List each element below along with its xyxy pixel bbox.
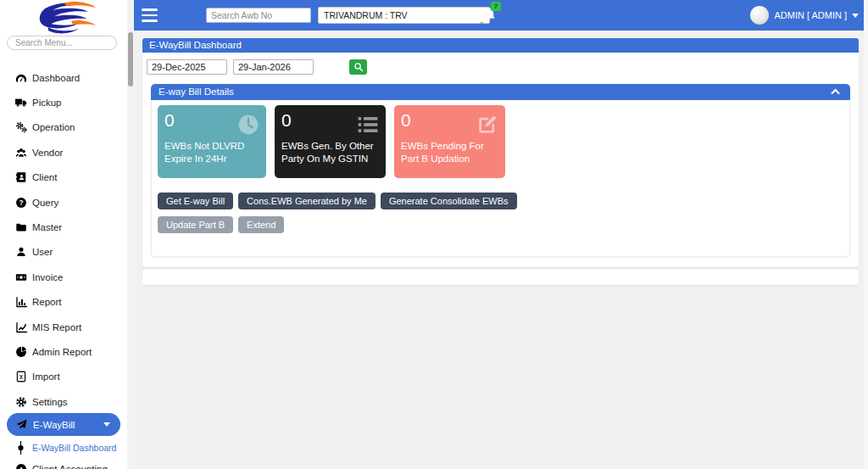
list-icon bbox=[357, 114, 379, 136]
sidebar-item-label: Query bbox=[32, 198, 58, 208]
dashboard-card: E-WayBill Dashboard E-way Bill Details bbox=[142, 38, 859, 267]
sidebar-item-label: Invoice bbox=[32, 272, 63, 282]
notification-badge: 7 bbox=[491, 2, 501, 11]
stat-cards-row: 0 EWBs Not DLVRD Expire In 24Hr 0 EWBs G… bbox=[158, 105, 843, 178]
paper-plane-icon bbox=[16, 419, 27, 430]
menu-search-input[interactable] bbox=[7, 36, 117, 50]
pie-chart-icon bbox=[15, 346, 27, 358]
sidebar-subitem-ewaybill-dashboard[interactable]: E-WayBill Dashboard bbox=[0, 438, 127, 457]
sidebar-item-label: E-WayBill bbox=[33, 420, 75, 430]
stat-label: EWBs Pending For Part B Updation bbox=[401, 140, 498, 165]
date-from-input[interactable] bbox=[147, 59, 227, 75]
notifications-button[interactable]: 7 bbox=[482, 7, 504, 27]
gear-icon bbox=[15, 396, 27, 408]
stat-card-other-party: 0 EWBs Gen. By Other Party On My GSTIN bbox=[275, 105, 386, 178]
sidebar-item-client[interactable]: Client bbox=[0, 165, 127, 190]
collapse-chevron-up-icon[interactable] bbox=[831, 88, 840, 95]
eway-bill-details-panel: E-way Bill Details 0 EWBs Not DLVRD Expi… bbox=[151, 84, 850, 257]
chevron-down-icon bbox=[103, 422, 110, 427]
circle-a-icon bbox=[15, 463, 27, 469]
file-import-icon bbox=[15, 371, 27, 382]
sidebar-item-query[interactable]: Query bbox=[0, 190, 127, 215]
edit-icon bbox=[476, 114, 498, 136]
search-button[interactable] bbox=[349, 59, 367, 75]
sidebar-item-invoice[interactable]: Invoice bbox=[0, 265, 127, 289]
panel-title: E-way Bill Details bbox=[159, 87, 234, 97]
sidebar-item-report[interactable]: Report bbox=[0, 290, 127, 315]
page-scrollbar[interactable] bbox=[864, 0, 868, 469]
sidebar-item-label: Settings bbox=[32, 397, 68, 407]
folder-icon bbox=[15, 221, 27, 233]
sidebar-item-label: Vendor bbox=[32, 148, 63, 158]
hamburger-menu-icon[interactable] bbox=[142, 8, 158, 22]
sidebar-item-user[interactable]: User bbox=[0, 240, 127, 265]
awb-search-input[interactable] bbox=[206, 8, 311, 23]
sidebar-item-label: Dashboard bbox=[32, 73, 80, 83]
sidebar-subitem-label: E-WayBill Dashboard bbox=[32, 443, 116, 453]
sidebar-scrollbar-thumb[interactable] bbox=[128, 32, 133, 87]
footer-strip bbox=[142, 269, 859, 285]
generate-consolidate-ewbs-button[interactable]: Generate Consolidate EWBs bbox=[381, 193, 517, 209]
branch-select-value: TRIVANDRUM : TRV bbox=[324, 10, 408, 20]
money-bill-icon bbox=[15, 271, 27, 283]
stat-label: EWBs Not DLVRD Expire In 24Hr bbox=[164, 140, 259, 165]
update-part-b-button[interactable]: Update Part B bbox=[158, 216, 233, 233]
sidebar: Dashboard Pickup Operation Vendor Client… bbox=[0, 0, 127, 469]
sidebar-item-import[interactable]: Import bbox=[0, 365, 127, 389]
gauge-icon bbox=[15, 72, 27, 84]
sidebar-item-label: Client Accounting bbox=[32, 464, 108, 469]
sidebar-item-label: Operation bbox=[32, 122, 75, 132]
sidebar-item-master[interactable]: Master bbox=[0, 215, 127, 239]
cogs-icon bbox=[15, 121, 27, 133]
dashboard-card-body: E-way Bill Details 0 EWBs Not DLVRD Expi… bbox=[142, 53, 859, 267]
topbar: TRIVANDRUM : TRV ⌄ 7 ADMIN [ ADMIN ] bbox=[134, 0, 864, 31]
user-icon bbox=[15, 246, 27, 258]
sidebar-item-dashboard[interactable]: Dashboard bbox=[0, 65, 127, 90]
sidebar-item-vendor[interactable]: Vendor bbox=[0, 140, 127, 165]
sidebar-item-label: Import bbox=[32, 371, 60, 382]
sidebar-item-e-waybill-active[interactable]: E-WayBill bbox=[7, 413, 120, 436]
sidebar-item-admin-report[interactable]: Admin Report bbox=[0, 339, 127, 364]
branch-select[interactable]: TRIVANDRUM : TRV ⌄ bbox=[318, 7, 490, 24]
stat-card-part-b-pending: 0 EWBs Pending For Part B Updation bbox=[394, 105, 505, 178]
users-icon bbox=[15, 147, 27, 159]
main-content: E-WayBill Dashboard E-way Bill Details bbox=[134, 31, 864, 469]
magnifier-icon bbox=[353, 62, 364, 72]
stat-card-not-dlvrd: 0 EWBs Not DLVRD Expire In 24Hr bbox=[158, 105, 266, 178]
get-eway-bill-button[interactable]: Get E-way Bill bbox=[158, 193, 233, 209]
sidebar-item-label: Admin Report bbox=[32, 347, 92, 357]
address-book-icon bbox=[15, 171, 27, 183]
cons-ewb-generated-button[interactable]: Cons.EWB Generated by Me bbox=[238, 193, 376, 209]
avatar bbox=[750, 6, 769, 25]
sidebar-item-operation[interactable]: Operation bbox=[0, 115, 127, 140]
sidebar-item-label: Pickup bbox=[32, 98, 62, 108]
stat-label: EWBs Gen. By Other Party On My GSTIN bbox=[281, 140, 379, 165]
timeline-dot-icon bbox=[17, 441, 25, 455]
panel-header: E-way Bill Details bbox=[151, 84, 850, 100]
clock-icon bbox=[237, 114, 259, 136]
sidebar-item-label: Client bbox=[32, 172, 57, 182]
extend-button[interactable]: Extend bbox=[238, 216, 284, 233]
user-menu[interactable]: ADMIN [ ADMIN ] bbox=[750, 0, 859, 31]
sidebar-item-label: User bbox=[32, 247, 53, 257]
line-chart-icon bbox=[15, 321, 27, 333]
sidebar-item-mis-report[interactable]: MIS Report bbox=[0, 315, 127, 339]
sidebar-scrollbar[interactable] bbox=[127, 0, 134, 469]
truck-icon bbox=[15, 97, 27, 109]
sidebar-item-settings[interactable]: Settings bbox=[0, 389, 127, 414]
primary-actions-row: Get E-way Bill Cons.EWB Generated by Me … bbox=[158, 193, 843, 209]
chevron-down-icon bbox=[852, 14, 859, 18]
brand-logo-icon bbox=[17, 1, 110, 35]
sidebar-item-client-accounting[interactable]: Client Accounting bbox=[0, 456, 127, 469]
sidebar-item-pickup[interactable]: Pickup bbox=[0, 90, 127, 114]
question-circle-icon bbox=[15, 197, 27, 209]
page-title: E-WayBill Dashboard bbox=[142, 38, 859, 53]
sidebar-menu: Dashboard Pickup Operation Vendor Client… bbox=[0, 65, 127, 414]
panel-body: 0 EWBs Not DLVRD Expire In 24Hr 0 EWBs G… bbox=[151, 100, 850, 257]
date-filter-row bbox=[147, 59, 854, 75]
user-label: ADMIN [ ADMIN ] bbox=[774, 10, 847, 20]
secondary-actions-row: Update Part B Extend bbox=[158, 216, 843, 233]
sidebar-item-label: Master bbox=[32, 222, 62, 232]
date-to-input[interactable] bbox=[233, 59, 314, 75]
sidebar-item-label: MIS Report bbox=[32, 322, 81, 332]
